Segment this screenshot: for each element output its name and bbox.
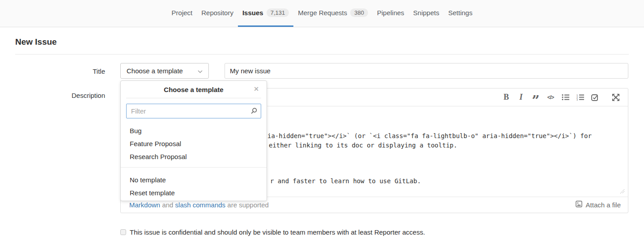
- markdown-hint: Markdown and slash commands are supporte…: [129, 201, 269, 209]
- description-text-line: r and faster to learn how to use GitLab.: [270, 177, 421, 186]
- choose-template-button[interactable]: Choose a template: [120, 63, 209, 79]
- description-text-line: either linking to its doc or displaying …: [269, 141, 457, 150]
- nav-tab-label: Repository: [201, 9, 233, 17]
- chevron-down-icon: [198, 67, 203, 75]
- slash-commands-link[interactable]: slash commands: [175, 201, 226, 209]
- fullscreen-icon[interactable]: [611, 93, 620, 102]
- nav-tab-label: Snippets: [413, 9, 439, 17]
- nav-tab-project[interactable]: Project: [167, 0, 197, 27]
- bulleted-list-icon[interactable]: [561, 93, 570, 102]
- nav-tab-label: Settings: [448, 9, 472, 17]
- hint-suffix: are supported: [227, 201, 269, 209]
- italic-icon[interactable]: I: [517, 93, 525, 102]
- description-text-line: ia-hidden="true"></i>` (or `<i class="fa…: [267, 131, 592, 141]
- nav-tab-settings[interactable]: Settings: [444, 0, 477, 27]
- template-dropdown: Choose a template ✕ BugFeature ProposalR…: [120, 80, 267, 201]
- nav-tab-badge: 7,131: [267, 8, 289, 17]
- nav-tab-label: Pipelines: [377, 9, 404, 17]
- task-list-icon[interactable]: [590, 93, 599, 102]
- project-nav: ProjectRepositoryIssues7,131Merge Reques…: [0, 0, 644, 27]
- hint-conjunction: and: [162, 201, 173, 209]
- template-dropdown-title: Choose a template: [164, 86, 223, 93]
- nav-tab-label: Project: [172, 9, 193, 17]
- numbered-list-icon[interactable]: 123: [576, 93, 585, 102]
- confidential-checkbox[interactable]: [120, 229, 126, 235]
- search-icon: [250, 108, 257, 116]
- template-option-research-proposal[interactable]: Research Proposal: [121, 150, 267, 163]
- confidential-label: This issue is confidential and should on…: [130, 228, 425, 236]
- nav-tab-pipelines[interactable]: Pipelines: [373, 0, 409, 27]
- dropdown-header-divider: [126, 98, 261, 98]
- template-action-no-template[interactable]: No template: [121, 173, 267, 186]
- title-label: Title: [15, 67, 105, 75]
- template-action-list: No templateReset template: [121, 168, 267, 199]
- filter-wrap: [126, 104, 261, 118]
- template-filter-input[interactable]: [126, 104, 261, 118]
- confidential-row: This issue is confidential and should on…: [120, 228, 425, 236]
- attach-image-icon: [576, 201, 583, 209]
- textarea-resize-handle[interactable]: [620, 188, 625, 195]
- template-option-feature-proposal[interactable]: Feature Proposal: [121, 137, 267, 150]
- nav-tab-label: Issues: [242, 9, 263, 17]
- close-icon[interactable]: ✕: [254, 85, 259, 93]
- attach-file-label: Attach a file: [586, 201, 621, 209]
- template-action-reset-template[interactable]: Reset template: [121, 186, 267, 199]
- choose-template-button-label: Choose a template: [127, 67, 183, 75]
- quote-icon[interactable]: ”: [531, 93, 540, 102]
- nav-tab-snippets[interactable]: Snippets: [409, 0, 444, 27]
- svg-text:3: 3: [576, 98, 578, 101]
- nav-tab-issues[interactable]: Issues7,131: [238, 0, 293, 27]
- description-label: Description: [15, 92, 105, 99]
- nav-tab-merge-requests[interactable]: Merge Requests380: [293, 0, 373, 27]
- bold-icon[interactable]: B: [502, 93, 511, 102]
- issue-title-input[interactable]: [225, 63, 628, 79]
- markdown-link[interactable]: Markdown: [129, 201, 160, 209]
- page-title: New Issue: [15, 37, 57, 47]
- nav-tab-badge: 380: [350, 8, 368, 17]
- heading-divider: [15, 54, 629, 55]
- attach-file-button[interactable]: Attach a file: [576, 201, 621, 209]
- template-dropdown-header: Choose a template ✕: [121, 81, 267, 93]
- template-list: BugFeature ProposalResearch Proposal: [121, 124, 267, 163]
- template-option-bug[interactable]: Bug: [121, 124, 267, 137]
- code-icon[interactable]: </>: [546, 93, 555, 102]
- nav-tab-label: Merge Requests: [298, 9, 347, 17]
- nav-tab-repository[interactable]: Repository: [197, 0, 238, 27]
- project-nav-tabs: ProjectRepositoryIssues7,131Merge Reques…: [167, 0, 477, 27]
